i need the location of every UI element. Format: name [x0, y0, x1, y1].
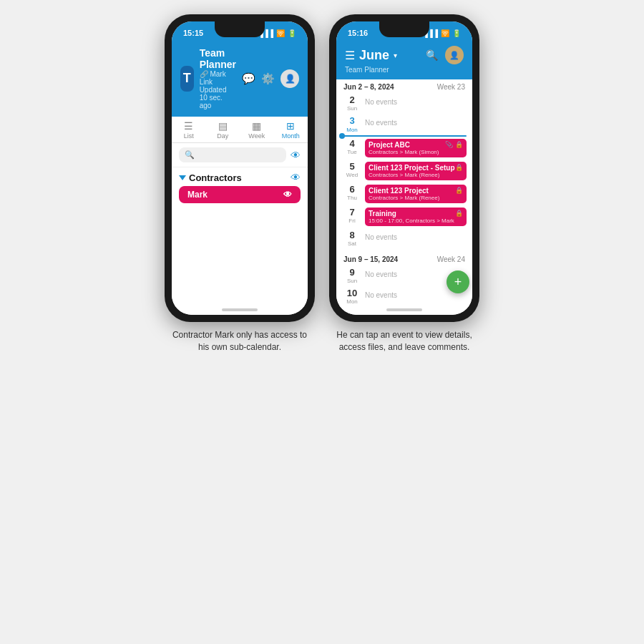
view-tabs: ☰ List ▤ Day ▦ Week ⊞ Month: [172, 117, 308, 143]
home-bar: [222, 308, 258, 311]
week-section-1: Jun 2 – 8, 2024 Week 23 2 Sun No events: [336, 79, 472, 249]
r-wifi-icon: 🛜: [441, 29, 449, 37]
month-dropdown-icon[interactable]: ▾: [394, 52, 397, 59]
battery-icon: 🔋: [288, 29, 296, 37]
r-battery-icon: 🔋: [452, 29, 461, 37]
collapse-icon: [179, 175, 186, 180]
tab-list-label: List: [184, 132, 194, 140]
day-name-8: Sat: [348, 240, 356, 247]
day-name-10: Mon: [346, 298, 358, 305]
day-icon: ▤: [218, 121, 228, 131]
day-label-9: 9 Sun: [342, 268, 362, 284]
event-project-abc-icons: 📎 🔒: [445, 141, 463, 148]
day-label-4: 4 Tue: [342, 139, 362, 155]
mark-link-subtitle: 🔗 Mark Link: [200, 70, 236, 86]
no-events-2: No events: [365, 95, 467, 106]
no-events-3: No events: [365, 116, 467, 127]
right-notch: [379, 21, 429, 37]
tab-month-label: Month: [282, 132, 300, 140]
updated-text: Updated 10 sec. ago: [200, 86, 236, 109]
right-search-icon[interactable]: 🔍: [426, 49, 438, 61]
day-name-7: Fri: [348, 218, 355, 224]
event-client-123-sub: Contractors > Mark (Renee): [369, 195, 463, 201]
event-client-123[interactable]: Client 123 Project 🔒 Contractors > Mark …: [365, 185, 467, 203]
right-phone: 15:16 ▐▐▐ 🛜 🔋 ☰ June ▾: [329, 14, 479, 322]
day-7-events: Training 🔒 15:00 - 17:00, Contractors > …: [365, 208, 467, 226]
event-project-abc[interactable]: Project ABC 📎 🔒 Contractors > Mark (Simo…: [365, 139, 467, 157]
wifi-icon: 🛜: [276, 29, 285, 37]
tab-month[interactable]: ⊞ Month: [274, 117, 308, 142]
month-title: June: [359, 48, 389, 63]
tab-week[interactable]: ▦ Week: [240, 117, 274, 142]
contractor-header-left[interactable]: Contractors: [179, 172, 242, 183]
header-action-icons: 💬 ⚙️ 👤: [242, 69, 299, 88]
right-avatar[interactable]: 👤: [445, 46, 464, 64]
event-project-abc-sub: Contractors > Mark (Simon): [369, 149, 463, 155]
calendar-body: Jun 2 – 8, 2024 Week 23 2 Sun No events: [336, 79, 472, 305]
day-num-3: 3: [349, 116, 354, 126]
day-name-6: Thu: [347, 195, 357, 201]
eye-icon[interactable]: 👁: [291, 150, 301, 161]
paperclip-icon: 📎: [445, 141, 453, 148]
week-2-num: Week 24: [437, 255, 465, 263]
header-text: Team Planner 🔗 Mark Link Updated 10 sec.…: [200, 47, 236, 109]
tab-day[interactable]: ▤ Day: [206, 117, 240, 142]
day-row-3: 3 Mon No events: [336, 114, 472, 135]
search-input[interactable]: 🔍: [179, 147, 286, 162]
event-project-abc-title: Project ABC: [369, 141, 410, 149]
left-phone: 15:15 ▐▐▐ 🛜 🔋 T Team Planner: [165, 14, 315, 322]
day-num-6: 6: [349, 185, 354, 195]
lock-icon-setup: 🔒: [455, 164, 463, 171]
tab-week-label: Week: [248, 132, 265, 140]
right-phone-wrapper: 15:16 ▐▐▐ 🛜 🔋 ☰ June ▾: [329, 14, 479, 353]
left-header: T Team Planner 🔗 Mark Link Updated 10 se…: [172, 42, 308, 117]
day-num-10: 10: [347, 288, 357, 298]
add-event-fab[interactable]: +: [447, 270, 469, 293]
day-label-2: 2 Sun: [342, 95, 362, 112]
day-8-events: No events: [365, 230, 467, 241]
day-label-10: 10 Mon: [342, 288, 362, 305]
day-num-8: 8: [349, 230, 354, 240]
no-events-8: No events: [365, 230, 467, 241]
tab-day-label: Day: [217, 132, 228, 140]
left-phone-screen: 15:15 ▐▐▐ 🛜 🔋 T Team Planner: [172, 21, 308, 315]
search-bar[interactable]: 🔍 👁: [172, 143, 308, 167]
tab-list[interactable]: ☰ List: [172, 117, 206, 142]
home-bar-area: [172, 305, 308, 315]
day-row-8: 8 Sat No events: [336, 228, 472, 249]
day-label-5: 5 Wed: [342, 162, 362, 178]
day-label-8: 8 Sat: [342, 230, 362, 247]
left-caption: Contractor Mark only has access to his o…: [168, 329, 311, 353]
contractor-label: Contractors: [189, 172, 242, 183]
right-home-bar-area: [336, 305, 472, 315]
lock-icon-training: 🔒: [455, 210, 463, 217]
mark-pill[interactable]: Mark 👁: [179, 186, 301, 203]
chat-icon[interactable]: 💬: [242, 72, 255, 85]
settings-icon[interactable]: ⚙️: [261, 72, 275, 85]
lock-icon: 🔒: [455, 141, 463, 148]
hamburger-icon[interactable]: ☰: [345, 49, 355, 62]
contractor-header: Contractors 👁: [179, 172, 301, 183]
right-phone-screen: 15:16 ▐▐▐ 🛜 🔋 ☰ June ▾: [336, 21, 472, 315]
contractor-eye-icon[interactable]: 👁: [291, 172, 301, 183]
day-5-events: Client 123 Project - Setup 🔒 Contractors…: [365, 162, 467, 180]
day-num-4: 4: [349, 139, 354, 149]
lock-icon-c123: 🔒: [455, 187, 463, 194]
week-1-header: Jun 2 – 8, 2024 Week 23: [336, 79, 472, 93]
day-num-9: 9: [349, 268, 354, 278]
right-header-right: 🔍 👤: [426, 46, 464, 64]
right-status-time: 15:16: [348, 29, 368, 37]
week-icon: ▦: [252, 121, 261, 131]
event-training[interactable]: Training 🔒 15:00 - 17:00, Contractors > …: [365, 208, 467, 226]
right-header: ☰ June ▾ 🔍 👤 Team Planner: [336, 42, 472, 79]
day-label-7: 7 Fri: [342, 208, 362, 224]
event-client-setup-sub: Contractors > Mark (Renee): [369, 172, 463, 178]
user-avatar[interactable]: 👤: [280, 69, 299, 88]
day-row-2: 2 Sun No events: [336, 93, 472, 114]
day-label-3: 3 Mon: [342, 116, 362, 132]
event-client-setup[interactable]: Client 123 Project - Setup 🔒 Contractors…: [365, 162, 467, 180]
day-num-5: 5: [349, 162, 354, 172]
contractor-group: Contractors 👁 Mark 👁: [172, 167, 308, 208]
app-title: Team Planner: [200, 47, 236, 70]
day-name-5: Wed: [346, 172, 358, 178]
